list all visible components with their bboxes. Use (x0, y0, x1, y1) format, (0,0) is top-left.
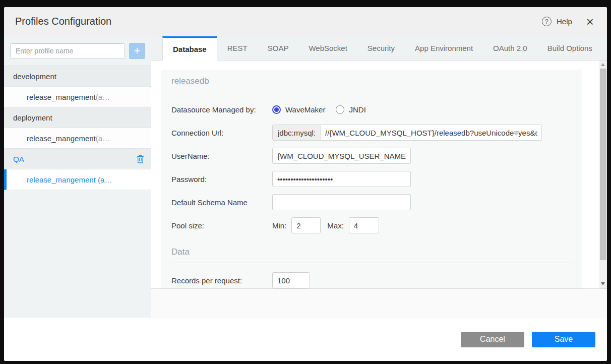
radio-wavemaker-label[interactable]: WaveMaker (285, 105, 325, 114)
records-per-request-input[interactable] (272, 272, 310, 288)
trash-icon (137, 155, 144, 163)
pool-size-row: Pool size: Min: Max: (169, 217, 574, 233)
profiles-configuration-dialog: Profiles Configuration ? Help × + develo… (4, 7, 607, 361)
radio-jndi[interactable] (336, 105, 344, 114)
profiles-sidebar: + development release_mangement (a… depl… (4, 36, 151, 318)
close-icon[interactable]: × (586, 15, 594, 28)
connection-url-label: Connection Url: (169, 129, 272, 137)
help-icon[interactable]: ? (542, 17, 552, 26)
scrollbar-thumb[interactable] (600, 69, 606, 260)
tab-database[interactable]: Database (162, 36, 217, 60)
tab-security[interactable]: Security (357, 36, 405, 60)
tab-build-options[interactable]: Build Options (537, 36, 602, 60)
schema-row: Default Schema Name (169, 194, 574, 210)
dialog-header: Profiles Configuration ? Help × (4, 7, 607, 36)
sidebar-group-qa[interactable]: QA (4, 149, 151, 169)
radio-wavemaker[interactable] (272, 105, 281, 114)
password-row: Password: (169, 171, 574, 187)
profile-content: Database REST SOAP WebSocket Security Ap… (151, 36, 607, 318)
profile-name-input[interactable] (10, 43, 125, 59)
save-button[interactable]: Save (532, 332, 595, 347)
help-link[interactable]: Help (557, 17, 572, 26)
tab-soap[interactable]: SOAP (258, 36, 299, 60)
group-label: QA (13, 155, 24, 163)
group-label: deployment (13, 113, 52, 122)
connection-url-group: jdbc:mysql: (272, 125, 542, 141)
pool-min-label: Min: (272, 221, 286, 230)
pool-size-label: Pool size: (169, 221, 272, 230)
database-config-panel: releasedb Datasource Managed by: WaveMak… (161, 70, 582, 289)
sidebar-group-development[interactable]: development (4, 66, 151, 87)
item-label: release_mangement (a… (27, 175, 112, 184)
vertical-scrollbar[interactable] (599, 60, 607, 289)
pool-min-input[interactable] (291, 217, 321, 233)
section-title-data: Data (169, 240, 574, 263)
datasource-row: Datasource Managed by: WaveMaker JNDI (169, 101, 574, 117)
sidebar-item-release-mangement-dev[interactable]: release_mangement (a… (4, 87, 151, 107)
pool-max-input[interactable] (349, 217, 379, 233)
pool-max-label: Max: (327, 221, 344, 230)
section-title-releasedb: releasedb (169, 70, 574, 92)
profile-create-row: + (4, 36, 151, 66)
database-tab-scrollarea: releasedb Datasource Managed by: WaveMak… (151, 60, 607, 289)
tab-oauth[interactable]: OAuth 2.0 (483, 36, 537, 60)
connection-url-input[interactable] (321, 125, 541, 140)
item-label: release_mangement (27, 134, 96, 143)
page-title: Profiles Configuration (15, 16, 111, 27)
tab-rest[interactable]: REST (217, 36, 258, 60)
schema-label: Default Schema Name (169, 198, 272, 207)
datasource-label: Datasource Managed by: (169, 105, 272, 114)
sidebar-group-deployment[interactable]: deployment (4, 107, 151, 128)
scroll-down-icon[interactable] (601, 282, 605, 285)
records-per-request-label: Records per request: (169, 276, 272, 285)
config-tabbar: Database REST SOAP WebSocket Security Ap… (151, 36, 607, 60)
tab-app-environment[interactable]: App Environment (405, 36, 483, 60)
schema-input[interactable] (272, 194, 411, 210)
username-label: UserName: (169, 152, 272, 160)
sidebar-item-release-mangement-deploy[interactable]: release_mangement (a… (4, 128, 151, 149)
username-input[interactable] (272, 148, 411, 164)
connection-url-row: Connection Url: jdbc:mysql: (169, 125, 574, 141)
records-per-request-row: Records per request: (169, 272, 574, 288)
dialog-footer: Cancel Save (4, 318, 607, 361)
jdbc-prefix: jdbc:mysql: (273, 125, 321, 140)
content-bottom-strip (151, 289, 607, 318)
add-profile-button[interactable]: + (129, 43, 145, 59)
group-label: development (13, 72, 56, 81)
password-label: Password: (169, 175, 272, 184)
username-row: UserName: (169, 148, 574, 164)
scroll-up-icon[interactable] (601, 63, 605, 66)
item-label: release_mangement (27, 93, 96, 101)
tab-websocket[interactable]: WebSocket (298, 36, 357, 60)
radio-jndi-label[interactable]: JNDI (349, 105, 365, 114)
password-input[interactable] (272, 171, 411, 187)
sidebar-item-release-mangement-qa-selected[interactable]: release_mangement (a… (4, 169, 151, 190)
delete-profile-button[interactable] (137, 155, 144, 163)
item-suffix: (a… (96, 93, 110, 101)
cancel-button[interactable]: Cancel (461, 332, 524, 347)
item-suffix: (a… (96, 134, 110, 143)
